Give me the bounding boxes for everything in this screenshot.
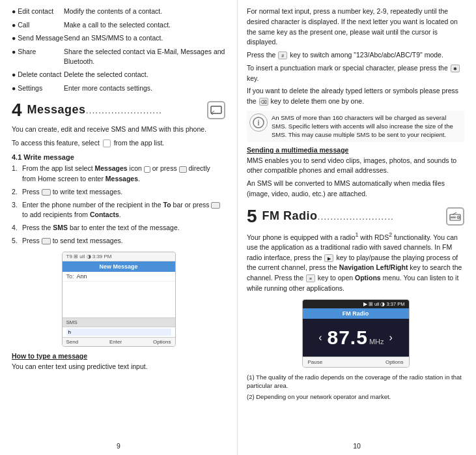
mms-para2: An SMS will be converted to MMS automati…: [247, 179, 464, 199]
fm-left-arrow: ‹: [318, 332, 322, 344]
phone-sms-label: SMS: [63, 317, 175, 327]
footnote-2: (2) Depending on your network operator a…: [247, 392, 464, 401]
page-number-left: 9: [117, 442, 120, 450]
phone-title-bar: New Message: [63, 261, 175, 272]
right-para2: Press the # key to switch among "123/Abc…: [247, 50, 464, 61]
contact-bullet-share: ● Share: [12, 47, 64, 66]
step-5: 5. Press to send text messages.: [12, 236, 225, 246]
step-text-2: Press to write text messages.: [22, 187, 225, 198]
messages-phone-screenshot: T9 ⊞ ull ◑ 3:39 PM New Message To: Ann S…: [62, 252, 176, 347]
chapter4-title: Messages........................: [27, 103, 203, 117]
mms-section-title: Sending a multimedia message: [247, 146, 464, 154]
note-box: An SMS of more than 160 characters will …: [247, 111, 464, 142]
phone-to-label: To:: [66, 273, 74, 280]
list-item: ● Edit contact Modify the contents of a …: [12, 7, 225, 16]
phone-status-bar: T9 ⊞ ull ◑ 3:39 PM: [63, 252, 175, 261]
right-para1: For normal text input, press a number ke…: [247, 7, 464, 48]
svg-point-5: [258, 119, 259, 121]
contact-bullet-settings: ● Settings: [12, 83, 64, 93]
contact-desc-send: Send an SMS/MMS to a contact.: [64, 33, 163, 43]
mms-para1: MMS enables you to send video clips, ima…: [247, 156, 464, 177]
how-to-heading: How to type a message: [12, 352, 225, 360]
chapter5-heading: 5 FM Radio........................: [247, 207, 464, 226]
list-item: ● Send Message Send an SMS/MMS to a cont…: [12, 33, 225, 43]
list-item: ● Delete contact Delete the selected con…: [12, 70, 225, 80]
phone-to-value: Ann: [77, 273, 87, 280]
phone-input-row: h: [63, 327, 175, 337]
fm-frequency: 87.5: [328, 327, 368, 349]
intro-text-2: To access this feature, select from the …: [12, 138, 225, 149]
contact-bullet-call: ● Call: [12, 20, 64, 30]
contact-list: ● Edit contact Modify the contents of a …: [12, 7, 225, 93]
step-1: 1. From the app list select Messages ico…: [12, 164, 225, 184]
phone-input-box: h: [66, 329, 171, 336]
chapter5-title: FM Radio........................: [262, 209, 442, 223]
fm-para: Your phone is equipped with a radio1 wit…: [247, 231, 464, 294]
fm-status-bar: ▶ ⊞ ull ◑ 3:37 PM: [303, 300, 409, 308]
phone-options: Options: [153, 339, 171, 345]
right-para4: If you want to delete the already typed …: [247, 86, 464, 107]
page-left: ● Edit contact Modify the contents of a …: [0, 0, 238, 455]
fm-radio-icon: [446, 207, 464, 226]
page-number-right: 10: [353, 442, 361, 450]
step-num-4: 4.: [12, 223, 22, 233]
section-write-message: 4.1 Write message: [12, 153, 225, 161]
contact-desc-share: Share the selected contact via E-Mail, M…: [64, 47, 225, 66]
fm-pause: Pause: [308, 359, 323, 365]
contact-bullet-send: ● Send Message: [12, 33, 64, 43]
step-num-5: 5.: [12, 236, 22, 246]
contact-desc-edit: Modify the contents of a contact.: [64, 7, 162, 16]
list-item: ● Call Make a call to the selected conta…: [12, 20, 225, 30]
backspace-key-icon: ⌫: [259, 98, 268, 106]
fm-unit: MHz: [369, 338, 384, 345]
menu-key-icon: ≡: [306, 274, 315, 282]
step-num-1: 1.: [12, 164, 22, 184]
play-key-icon: ▶: [324, 254, 333, 262]
phone-enter: Enter: [109, 339, 122, 345]
star-key-icon: ✱: [451, 65, 460, 72]
phone-to-row: To: Ann: [63, 272, 175, 282]
svg-point-9: [458, 216, 458, 217]
steps-list: 1. From the app list select Messages ico…: [12, 164, 225, 246]
chapter4-number: 4: [12, 101, 22, 119]
step-num-2: 2.: [12, 187, 22, 198]
step-text-3: Enter the phone number of the recipient …: [22, 200, 225, 221]
page-right: For normal text input, press a number ke…: [238, 0, 476, 455]
phone-bottom-bar: Send Enter Options: [63, 337, 175, 346]
contact-desc-settings: Enter more contacts settings.: [64, 83, 152, 93]
step-text-1: From the app list select Messages icon o…: [22, 164, 225, 184]
step-num-3: 3.: [12, 200, 22, 221]
list-item: ● Settings Enter more contacts settings.: [12, 83, 225, 93]
fm-title-bar: FM Radio: [303, 308, 409, 319]
how-to-text: You can enter text using predictive text…: [12, 362, 225, 372]
contact-bullet-edit: ● Edit contact: [12, 7, 64, 16]
fm-options: Options: [385, 359, 404, 365]
fm-phone-screenshot: ▶ ⊞ ull ◑ 3:37 PM FM Radio ‹ 87.5 MHz › …: [302, 299, 410, 368]
step-text-5: Press to send text messages.: [22, 236, 225, 246]
note-info-icon: [249, 113, 268, 132]
footnote-1: (1) The quality of the radio depends on …: [247, 373, 464, 390]
contact-desc-call: Make a call to the selected contact.: [64, 20, 171, 30]
intro-text-1: You can create, edit and receive SMS and…: [12, 125, 225, 135]
step-text-4: Press the SMS bar to enter the text of t…: [22, 223, 225, 233]
right-para3: To insert a punctuation mark or special …: [247, 63, 464, 84]
step-2: 2. Press to write text messages.: [12, 187, 225, 198]
chapter5-number: 5: [247, 207, 257, 226]
list-item: ● Share Share the selected contact via E…: [12, 47, 225, 66]
step-4: 4. Press the SMS bar to enter the text o…: [12, 223, 225, 233]
fm-right-arrow: ›: [389, 332, 393, 344]
phone-send: Send: [66, 339, 79, 345]
messages-icon: [207, 101, 225, 119]
chapter4-heading: 4 Messages........................: [12, 101, 225, 119]
fm-freq-row: ‹ 87.5 MHz ›: [303, 319, 409, 357]
contact-bullet-delete: ● Delete contact: [12, 70, 64, 80]
fm-bottom-bar: Pause Options: [303, 357, 409, 367]
phone-message-body: [63, 282, 175, 317]
contact-desc-delete: Delete the selected contact.: [64, 70, 148, 80]
note-text: An SMS of more than 160 characters will …: [272, 113, 462, 139]
step-3: 3. Enter the phone number of the recipie…: [12, 200, 225, 221]
hash-key-icon: #: [278, 51, 287, 59]
